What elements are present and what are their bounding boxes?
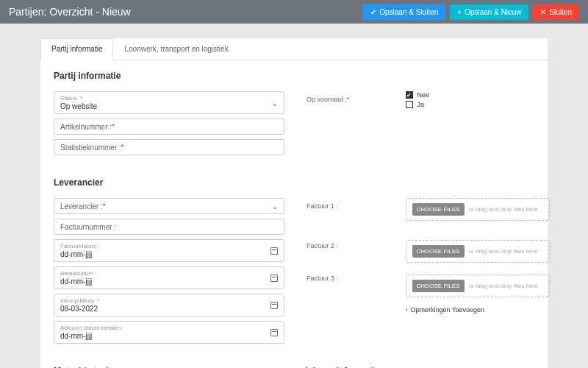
calendar-icon (270, 329, 278, 336)
close-button[interactable]: ✕ Sluiten (533, 4, 579, 20)
betaaldatum-label: Betaaldatum : (60, 270, 278, 277)
save-new-button[interactable]: + Opslaan & Nieuw (450, 4, 528, 20)
chevron-down-icon: ⌄ (272, 202, 278, 210)
inkoopdatum-input[interactable]: Inkoopdatum :* 08-03-2022 (54, 294, 284, 316)
status-label: Status :* (60, 95, 278, 102)
factuur1-label: Factuur 1 : (306, 198, 384, 210)
betaaldatum-input[interactable]: Betaaldatum : dd-mm-jjjj (54, 266, 284, 289)
tab-partij-informatie[interactable]: Partij informatie (40, 38, 113, 60)
save-close-label: Opslaan & Sluiten (379, 8, 438, 16)
inkoopdatum-value: 08-03-2022 (60, 305, 98, 313)
choose-files-button-2[interactable]: CHOOSE FILES (412, 245, 465, 258)
factuurnummer-input[interactable]: Factuurnummer : (54, 219, 284, 235)
opmerking-label: Opmerkingen Toevoegen (411, 306, 484, 314)
factuur3-label: Factuur 3 : (306, 270, 384, 282)
factuurdatum-value: dd-mm-jjjj (60, 250, 92, 258)
chevron-right-icon: › (406, 306, 408, 314)
calendar-icon (270, 302, 278, 309)
betaaldatum-value: dd-mm-jjjj (60, 277, 92, 286)
chevron-down-icon: ⌄ (272, 99, 278, 107)
ja-label: Ja (417, 101, 425, 108)
choose-files-button-1[interactable]: CHOOSE FILES (412, 203, 465, 216)
akkoord-label: Akkoord datum betalen : (60, 325, 278, 331)
choose-files-button-3[interactable]: CHOOSE FILES (412, 280, 465, 292)
drop-text-3: or drag and drop files here (469, 283, 538, 289)
checkbox-nee[interactable]: ✔ (406, 91, 413, 99)
voorraad-label: Op voorraad :* (306, 91, 384, 103)
save-new-label: Opslaan & Nieuw (465, 8, 521, 16)
calendar-icon (270, 247, 278, 255)
close-icon: ✕ (540, 8, 546, 16)
factuurdatum-label: Factuurdatum : (60, 243, 278, 250)
factuur3-dropzone[interactable]: CHOOSE FILES or drag and drop files here (406, 275, 550, 297)
section-leverancier-title: Leverancier (54, 177, 534, 188)
nee-label: Nee (417, 91, 430, 99)
checkbox-ja[interactable] (406, 101, 413, 108)
save-close-button[interactable]: ✔ Opslaan & Sluiten (363, 4, 445, 20)
akkoord-datum-input[interactable]: Akkoord datum betalen : dd-mm-jjjj (54, 321, 284, 344)
factuurdatum-input[interactable]: Factuurdatum : dd-mm-jjjj (54, 239, 284, 262)
calendar-icon (270, 275, 278, 282)
status-select[interactable]: Status :* Op website ⌄ (54, 91, 284, 114)
plus-icon: + (457, 8, 462, 16)
leverancier-select[interactable]: Leverancier :* ⌄ (54, 198, 284, 214)
artikelnummer-label: Artikelnummer :* (60, 123, 115, 131)
drop-text-2: or drag and drop files here (469, 248, 538, 255)
inkoopdatum-label: Inkoopdatum :* (60, 297, 278, 304)
factuur2-dropzone[interactable]: CHOOSE FILES or drag and drop files here (406, 240, 550, 263)
tab-loonwerk[interactable]: Loonwerk, transport en logistiek (113, 38, 239, 60)
close-label: Sluiten (549, 8, 572, 16)
drop-text-1: or drag and drop files here (469, 206, 538, 213)
factuur1-dropzone[interactable]: CHOOSE FILES or drag and drop files here (406, 198, 550, 221)
leverancier-label: Leverancier :* (60, 202, 106, 210)
check-icon: ✔ (370, 8, 376, 16)
page-title: Partijen: Overzicht - Nieuw (9, 6, 131, 18)
status-value: Op website (60, 102, 97, 110)
factuur2-label: Factuur 2 : (306, 238, 384, 250)
factuurnummer-label: Factuurnummer : (60, 223, 116, 231)
statistieknummer-input[interactable]: Statistieknummer :* (54, 139, 284, 155)
add-remark-link[interactable]: › Opmerkingen Toevoegen (406, 306, 550, 314)
section-partij-title: Partij informatie (54, 71, 534, 81)
akkoord-value: dd-mm-jjjj (60, 332, 92, 340)
statistieknummer-label: Statistieknummer :* (60, 144, 124, 152)
artikelnummer-input[interactable]: Artikelnummer :* (54, 118, 284, 135)
